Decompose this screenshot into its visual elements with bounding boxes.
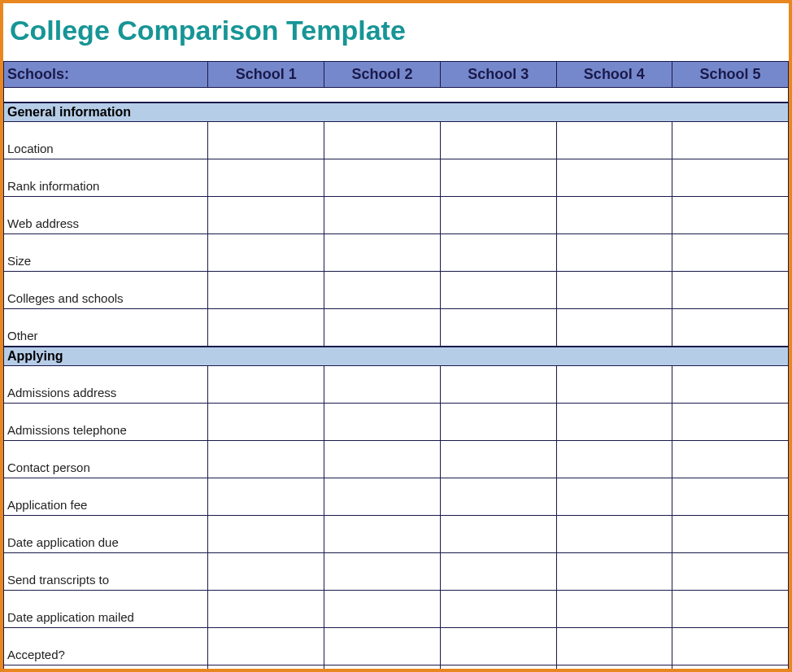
cell-input[interactable] [556,553,672,591]
section-applying: Applying [4,347,789,366]
cell-input[interactable] [672,309,789,347]
cell-input[interactable] [440,441,556,478]
row-label: Colleges and schools [4,272,208,309]
cell-input[interactable] [324,159,441,197]
cell-input[interactable] [440,591,556,628]
cell-input[interactable] [440,197,556,234]
school-1-header[interactable]: School 1 [208,62,324,88]
cell-input[interactable] [324,591,441,628]
cell-input[interactable] [324,366,441,404]
cell-input[interactable] [440,159,556,197]
cell-input[interactable] [324,197,441,234]
cell-input[interactable] [672,478,789,516]
cell-input[interactable] [440,404,556,441]
cell-input[interactable] [556,441,672,478]
cell-input[interactable] [556,665,672,673]
cell-input[interactable] [208,591,324,628]
cell-input[interactable] [208,665,324,673]
cell-input[interactable] [672,665,789,673]
cell-input[interactable] [672,272,789,309]
cell-input[interactable] [672,404,789,441]
cell-input[interactable] [324,122,441,159]
cell-input[interactable] [672,553,789,591]
cell-input[interactable] [440,478,556,516]
cell-input[interactable] [556,272,672,309]
table-row: Date application due [4,516,789,553]
cell-input[interactable] [556,309,672,347]
table-row: Accepted? [4,628,789,665]
cell-input[interactable] [556,122,672,159]
cell-input[interactable] [440,122,556,159]
cell-input[interactable] [208,366,324,404]
cell-input[interactable] [324,309,441,347]
cell-input[interactable] [324,628,441,665]
school-3-header[interactable]: School 3 [440,62,556,88]
cell-input[interactable] [324,516,441,553]
cell-input[interactable] [208,197,324,234]
cell-input[interactable] [208,309,324,347]
row-label: Admissions telephone [4,404,208,441]
cell-input[interactable] [208,159,324,197]
cell-input[interactable] [556,197,672,234]
cell-input[interactable] [556,234,672,272]
cell-input[interactable] [556,628,672,665]
cell-input[interactable] [440,553,556,591]
cell-input[interactable] [672,366,789,404]
cell-input[interactable] [440,516,556,553]
cell-input[interactable] [556,591,672,628]
cell-input[interactable] [208,404,324,441]
cell-input[interactable] [208,553,324,591]
cell-input[interactable] [324,665,441,673]
spacer-row [4,88,789,103]
cell-input[interactable] [324,272,441,309]
cell-input[interactable] [672,197,789,234]
cell-input[interactable] [208,122,324,159]
cell-input[interactable] [208,516,324,553]
cell-input[interactable] [440,272,556,309]
table-row: Admissions address [4,366,789,404]
cell-input[interactable] [440,309,556,347]
section-label: Applying [4,347,789,366]
school-5-header[interactable]: School 5 [672,62,789,88]
table-row: Accept or decline by date [4,665,789,673]
cell-input[interactable] [672,159,789,197]
page-title: College Comparison Template [3,3,789,61]
cell-input[interactable] [556,159,672,197]
cell-input[interactable] [208,272,324,309]
cell-input[interactable] [556,366,672,404]
cell-input[interactable] [324,234,441,272]
cell-input[interactable] [208,478,324,516]
cell-input[interactable] [672,591,789,628]
section-label: General information [4,103,789,122]
school-2-header[interactable]: School 2 [324,62,441,88]
row-label: Contact person [4,441,208,478]
section-general-information: General information [4,103,789,122]
cell-input[interactable] [324,553,441,591]
cell-input[interactable] [556,516,672,553]
row-label: Accept or decline by date [4,665,208,673]
cell-input[interactable] [440,234,556,272]
cell-input[interactable] [556,478,672,516]
cell-input[interactable] [440,628,556,665]
cell-input[interactable] [324,404,441,441]
school-4-header[interactable]: School 4 [556,62,672,88]
table-header-row: Schools: School 1 School 2 School 3 Scho… [4,62,789,88]
table-row: Send transcripts to [4,553,789,591]
cell-input[interactable] [672,122,789,159]
cell-input[interactable] [440,665,556,673]
cell-input[interactable] [672,441,789,478]
cell-input[interactable] [208,441,324,478]
cell-input[interactable] [208,234,324,272]
cell-input[interactable] [324,478,441,516]
cell-input[interactable] [672,234,789,272]
cell-input[interactable] [556,404,672,441]
row-label: Admissions address [4,366,208,404]
cell-input[interactable] [440,366,556,404]
cell-input[interactable] [672,628,789,665]
row-label: Size [4,234,208,272]
table-row: Admissions telephone [4,404,789,441]
cell-input[interactable] [324,441,441,478]
cell-input[interactable] [208,628,324,665]
row-label: Send transcripts to [4,553,208,591]
cell-input[interactable] [672,516,789,553]
